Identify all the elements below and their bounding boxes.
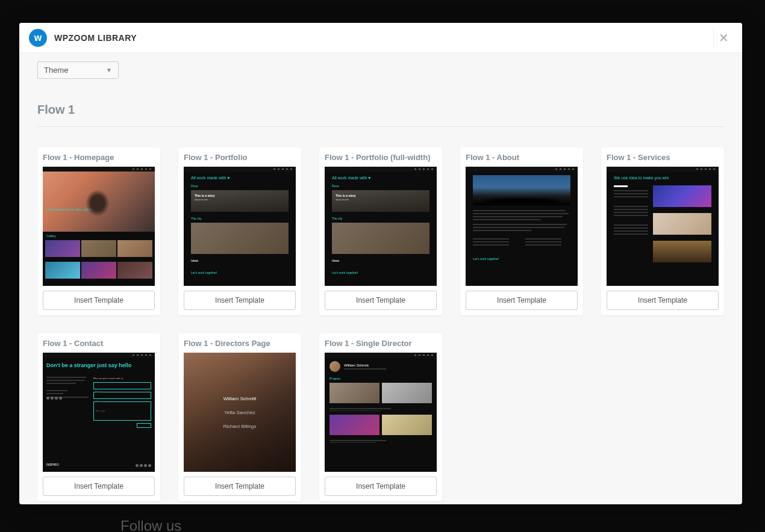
preview-text: Ideas [191,259,289,262]
preview-cta: Let's work together! [191,271,289,274]
template-title: Flow 1 - About [466,153,578,162]
preview-heading: All work made with ♥ [332,175,429,181]
preview-cta: Let's work together! [473,257,570,261]
preview-section-label: Projects [329,377,432,380]
template-card-homepage: Flow 1 - Homepage Video Background & Vid… [37,147,160,315]
theme-select-label: Theme [44,66,68,75]
insert-template-button[interactable]: Insert Template [325,291,437,310]
avatar [329,361,340,372]
template-title: Flow 1 - Directors Page [184,339,296,348]
template-grid: Flow 1 - Homepage Video Background & Vid… [37,147,724,501]
wpzoom-library-modal: w WPZOOM LIBRARY ✕ Theme ▼ Flow 1 Flow 1… [19,23,742,504]
section-title: Flow 1 [37,103,724,127]
template-preview[interactable]: All work made with ♥ Rave This is a stor… [325,167,437,286]
template-title: Flow 1 - Services [607,153,719,162]
template-card-portfolio-fullwidth: Flow 1 - Portfolio (full-width) All work… [319,147,442,315]
template-card-portfolio: Flow 1 - Portfolio All work made with ♥ … [178,147,301,315]
wpzoom-logo-icon: w [29,29,47,47]
template-title: Flow 1 - Portfolio (full-width) [325,153,437,162]
preview-heading: Don't be a stranger just say hello [46,362,151,370]
template-preview[interactable]: All work made with ♥ Rave This is a stor… [184,167,296,286]
template-card-about: Flow 1 - About Let's work together! [460,147,583,315]
modal-header: w WPZOOM LIBRARY ✕ [19,23,742,53]
template-card-services: Flow 1 - Services We use idea to make yo… [601,147,724,315]
modal-title: WPZOOM LIBRARY [54,33,137,43]
preview-tag: The city [332,217,429,220]
close-icon: ✕ [719,31,729,45]
template-preview[interactable]: William Schmitt Projects [325,353,437,472]
preview-tag: Rave [191,184,289,188]
template-card-directors: Flow 1 - Directors Page William Schmitt … [178,333,301,501]
template-card-contact: Flow 1 - Contact Don't be a stranger jus… [37,333,160,501]
insert-template-button[interactable]: Insert Template [184,477,296,496]
preview-tag: Rave [332,184,429,188]
insert-template-button[interactable]: Insert Template [43,477,155,496]
template-preview[interactable]: William Schmitt Yetta Sanchez Richard Bi… [184,353,296,472]
preview-text: This is a story [336,194,426,197]
follow-us-text: Follow us [120,518,181,532]
chevron-down-icon: ▼ [106,67,112,73]
preview-text: about movie [195,198,285,201]
director-name: William Schmitt [223,396,257,401]
template-preview[interactable]: Don't be a stranger just say hello Why n… [43,353,155,472]
insert-template-button[interactable]: Insert Template [43,291,155,310]
template-card-single-director: Flow 1 - Single Director William Schmitt… [319,333,442,501]
insert-template-button[interactable]: Insert Template [184,291,296,310]
preview-text: about movie [336,198,426,201]
director-name: Richard Billings [223,424,256,429]
preview-heading: All work made with ♥ [191,175,289,181]
template-preview[interactable]: Video Background & Video Lightbox Galler… [43,167,155,286]
insert-template-button[interactable]: Insert Template [325,477,437,496]
preview-text: Ideas [332,259,429,262]
template-title: Flow 1 - Homepage [43,153,155,162]
close-button[interactable]: ✕ [713,28,734,48]
director-name: Yetta Sanchez [224,410,255,415]
preview-brand: INSPIRO [46,463,59,466]
preview-heading: We use idea to make you win [614,175,711,181]
preview-hero-text: Video Background & Video Lightbox [46,208,95,211]
insert-template-button[interactable]: Insert Template [466,291,578,310]
template-title: Flow 1 - Single Director [325,339,437,348]
preview-tag: The city [191,217,289,220]
theme-filter-select[interactable]: Theme ▼ [37,61,119,79]
template-preview[interactable]: Let's work together! [466,167,578,286]
director-name: William Schmitt [344,363,386,367]
preview-cta: Let's work together! [332,271,429,274]
template-title: Flow 1 - Contact [43,339,155,348]
insert-template-button[interactable]: Insert Template [607,291,719,310]
modal-body: Theme ▼ Flow 1 Flow 1 - Homepage Video B… [19,53,742,504]
template-title: Flow 1 - Portfolio [184,153,296,162]
template-preview[interactable]: We use idea to make you win [607,167,719,286]
preview-text: This is a story [195,194,285,197]
